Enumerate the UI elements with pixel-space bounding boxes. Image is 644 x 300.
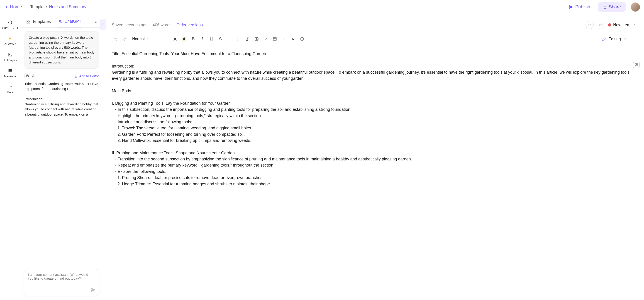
publish-label: Publish <box>575 4 590 9</box>
rail-brief-seo[interactable]: Brief + SEO <box>0 17 20 33</box>
image-icon <box>255 37 259 41</box>
svg-point-20 <box>28 76 28 76</box>
svg-point-1 <box>8 21 12 24</box>
publish-button[interactable]: Publish <box>566 3 593 11</box>
svg-rect-12 <box>29 20 30 21</box>
older-versions-link[interactable]: Older versions <box>176 23 203 27</box>
svg-rect-44 <box>255 38 258 40</box>
status-dot-icon <box>608 23 611 26</box>
paragraph-style-select[interactable]: Normal <box>130 37 152 41</box>
new-item-status[interactable]: New Item <box>608 23 636 27</box>
tab-label: ChatGPT <box>64 19 82 24</box>
user-message: Create a blog post in X words, on the to… <box>24 31 99 69</box>
rail-more[interactable]: More <box>0 81 20 97</box>
new-item-label: New Item <box>613 23 630 27</box>
home-link[interactable]: Home <box>2 3 24 11</box>
svg-point-33 <box>228 39 228 39</box>
chat-bubbles-icon <box>58 19 62 23</box>
svg-point-8 <box>8 87 9 87</box>
panel-menu-button[interactable] <box>94 20 98 24</box>
svg-rect-18 <box>26 75 28 77</box>
tab-chatgpt[interactable]: ChatGPT <box>58 17 82 27</box>
rail-ai-images[interactable]: AI Images <box>0 49 20 65</box>
rail-label: More <box>7 91 14 94</box>
more-toolbar-button[interactable] <box>627 35 636 43</box>
italic-button[interactable]: I <box>198 35 206 43</box>
style-label: Normal <box>132 37 145 41</box>
strike-button[interactable]: S <box>216 35 224 43</box>
editing-mode-select[interactable]: Editing <box>602 37 626 41</box>
rail-label: AI Writer <box>4 42 16 46</box>
align-dropdown[interactable] <box>162 35 170 43</box>
briefcase-icon <box>599 23 603 27</box>
avatar[interactable] <box>631 2 640 11</box>
list-icon <box>228 37 232 41</box>
bold-button[interactable]: B <box>189 35 197 43</box>
table-dropdown[interactable] <box>280 35 288 43</box>
table-button[interactable] <box>271 35 279 43</box>
add-to-editor-label: Add to Editor <box>79 74 99 78</box>
chevron-left-icon <box>4 5 8 9</box>
strike-icon: S <box>219 37 222 41</box>
editor-column: Saved seconds ago 406 words Older versio… <box>103 14 644 300</box>
image-button[interactable] <box>252 35 261 43</box>
chevron-down-icon <box>282 37 286 41</box>
bolt-icon <box>8 36 13 41</box>
add-to-editor-button[interactable]: Add to Editor <box>74 74 99 78</box>
text-color-icon: A <box>174 36 176 42</box>
chevron-down-icon <box>623 37 626 40</box>
align-button[interactable] <box>153 35 161 43</box>
svg-point-25 <box>589 24 590 25</box>
document-body[interactable]: Title: Essential Gardening Tools: Your M… <box>112 45 636 196</box>
link-icon <box>246 37 250 41</box>
tab-label: Templates <box>32 19 51 24</box>
numbered-list-button[interactable]: 123 <box>234 35 243 43</box>
tab-templates[interactable]: Templates <box>26 17 52 27</box>
add-comment-button[interactable] <box>633 62 640 68</box>
underline-icon: U <box>210 37 213 41</box>
underline-button[interactable]: U <box>207 35 216 43</box>
svg-point-45 <box>256 38 256 39</box>
rail-ai-writer[interactable]: AI Writer <box>0 33 20 49</box>
undo-icon <box>114 37 118 41</box>
document-plus-icon <box>74 74 78 78</box>
svg-rect-14 <box>29 22 30 23</box>
clear-format-button[interactable] <box>289 35 297 43</box>
target-icon <box>8 20 13 25</box>
assign-button[interactable] <box>597 21 605 29</box>
svg-rect-28 <box>600 24 602 26</box>
template-breadcrumb[interactable]: Template: Notes and Summary <box>30 4 86 9</box>
link-button[interactable] <box>244 35 252 43</box>
template-name: Notes and Summary <box>49 4 86 9</box>
svg-rect-11 <box>27 20 28 21</box>
image-dropdown[interactable] <box>262 35 270 43</box>
bullet-list-button[interactable] <box>226 35 234 43</box>
chat-placeholder: I am your content assistant. What would … <box>28 273 88 280</box>
text-color-button[interactable]: A <box>171 35 179 43</box>
rail-label: Message <box>4 74 16 78</box>
highlight-button[interactable]: A <box>180 35 188 43</box>
svg-point-32 <box>228 38 228 38</box>
chevron-down-icon <box>632 23 636 26</box>
undo-button[interactable] <box>112 35 120 43</box>
chat-input[interactable]: I am your content assistant. What would … <box>24 269 99 296</box>
rail-label: Brief + SEO <box>2 26 18 30</box>
bold-icon: B <box>192 37 194 41</box>
plus-square-icon <box>300 37 304 41</box>
home-label: Home <box>10 4 22 9</box>
upload-icon <box>603 5 607 9</box>
menu-icon <box>94 20 98 23</box>
redo-button[interactable] <box>121 35 129 43</box>
add-collaborator-button[interactable] <box>586 21 594 29</box>
left-rail: Brief + SEO AI Writer AI Images Message … <box>0 14 20 300</box>
insert-button[interactable] <box>298 35 306 43</box>
user-plus-icon <box>588 23 592 27</box>
chevron-down-icon <box>164 37 168 41</box>
share-button[interactable]: Share <box>598 2 626 12</box>
rail-message[interactable]: Message <box>0 65 20 81</box>
chevron-down-icon <box>264 37 268 41</box>
svg-point-9 <box>10 87 10 87</box>
word-count: 406 words <box>152 23 172 27</box>
send-icon <box>91 287 96 292</box>
send-button[interactable] <box>91 287 96 293</box>
